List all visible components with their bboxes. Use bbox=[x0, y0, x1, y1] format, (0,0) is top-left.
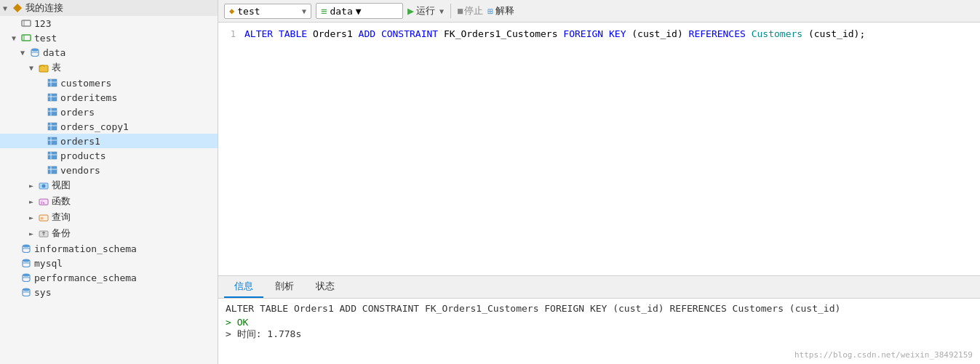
svg-text:≡: ≡ bbox=[41, 215, 44, 222]
bottom-section: 信息 剖析 状态 ALTER TABLE Orders1 ADD CONSTRA… bbox=[218, 275, 980, 364]
run-dropdown-arrow[interactable]: ▼ bbox=[439, 7, 444, 15]
conn-123-icon bbox=[20, 17, 32, 29]
sidebar-folder-funcs[interactable]: ► fx 函数 bbox=[0, 193, 218, 209]
result-time: > 时间: 1.778s bbox=[226, 328, 973, 341]
sidebar-item-test[interactable]: ▼ test bbox=[0, 31, 218, 45]
sidebar: ▼ 我的连接 123 ▼ test ▼ data bbox=[0, 0, 218, 364]
sidebar-item-vendors-label: vendors bbox=[60, 165, 100, 176]
sidebar-item-products-label: products bbox=[60, 150, 106, 161]
tab-profiling[interactable]: 剖析 bbox=[265, 276, 304, 298]
sidebar-item-sys-label: sys bbox=[34, 287, 51, 298]
tab-info[interactable]: 信息 bbox=[224, 276, 263, 298]
sidebar-item-customers[interactable]: customers bbox=[0, 76, 218, 90]
svg-rect-26 bbox=[48, 166, 57, 174]
stop-button[interactable]: ■ 停止 bbox=[458, 4, 483, 17]
explain-label: 解释 bbox=[495, 4, 514, 17]
svg-rect-17 bbox=[48, 123, 57, 130]
views-folder-icon bbox=[38, 179, 49, 191]
sidebar-item-information-schema-label: information_schema bbox=[34, 243, 137, 254]
sidebar-item-orders-copy1-label: orders_copy1 bbox=[60, 121, 129, 132]
sidebar-my-connections[interactable]: ▼ 我的连接 bbox=[0, 0, 218, 16]
result-sql: ALTER TABLE Orders1 ADD CONSTRAINT FK_Or… bbox=[226, 303, 973, 314]
svg-rect-14 bbox=[48, 108, 57, 116]
sidebar-item-orders-label: orders bbox=[60, 107, 95, 118]
svg-point-43 bbox=[23, 288, 30, 291]
stop-label: 停止 bbox=[464, 4, 483, 17]
sidebar-item-123[interactable]: 123 bbox=[0, 16, 218, 31]
sidebar-folder-backup[interactable]: ► 备份 bbox=[0, 225, 218, 241]
tab-status[interactable]: 状态 bbox=[306, 276, 345, 298]
db-data-icon bbox=[29, 46, 41, 58]
sidebar-folder-queries[interactable]: ► ≡ 查询 bbox=[0, 209, 218, 225]
svg-rect-1 bbox=[22, 20, 31, 26]
backup-folder-icon bbox=[38, 227, 49, 239]
code-content-1: ALTER TABLE Orders1 ADD CONSTRAINT FK_Or… bbox=[244, 28, 980, 39]
sidebar-folder-views-label: 视图 bbox=[52, 179, 71, 192]
schema-performance-icon bbox=[20, 272, 32, 283]
sidebar-item-data-label: data bbox=[43, 47, 65, 58]
schema-sys-icon bbox=[20, 286, 32, 298]
toolbar-separator bbox=[450, 4, 451, 18]
sidebar-item-sys[interactable]: sys bbox=[0, 285, 218, 299]
schema-selector[interactable]: ≡ data ▼ bbox=[316, 3, 403, 19]
sidebar-item-orderitems[interactable]: orderitems bbox=[0, 90, 218, 105]
queries-folder-icon: ≡ bbox=[38, 211, 49, 223]
db-selector[interactable]: ◆ test ▼ bbox=[224, 4, 311, 19]
sidebar-item-performance-schema[interactable]: performance_schema bbox=[0, 270, 218, 285]
table-orders-copy1-icon bbox=[47, 121, 58, 132]
svg-point-5 bbox=[31, 49, 39, 52]
sidebar-item-mysql[interactable]: mysql bbox=[0, 256, 218, 270]
tables-folder-icon bbox=[38, 62, 49, 73]
sidebar-item-products[interactable]: products bbox=[0, 148, 218, 163]
table-orderitems-icon bbox=[47, 92, 58, 103]
funcs-folder-icon: fx bbox=[38, 195, 49, 207]
svg-point-41 bbox=[23, 274, 30, 277]
code-line-1: 1 ALTER TABLE Orders1 ADD CONSTRAINT FK_… bbox=[218, 28, 980, 43]
connection-folder-icon bbox=[12, 2, 23, 14]
my-connections-label: 我的连接 bbox=[25, 1, 63, 15]
sidebar-item-customers-label: customers bbox=[60, 78, 111, 89]
svg-rect-23 bbox=[48, 152, 57, 159]
sidebar-item-orders-copy1[interactable]: orders_copy1 bbox=[0, 119, 218, 134]
run-button[interactable]: ▶ 运行 bbox=[407, 4, 435, 17]
table-orders-icon bbox=[47, 106, 58, 118]
sidebar-folder-tables-label: 表 bbox=[52, 61, 61, 74]
sidebar-item-test-label: test bbox=[34, 33, 57, 44]
line-number-1: 1 bbox=[218, 29, 244, 39]
schema-selector-icon: ≡ bbox=[321, 5, 327, 17]
sidebar-item-orders1[interactable]: orders1 bbox=[0, 134, 218, 148]
svg-text:fx: fx bbox=[41, 200, 45, 206]
db-selector-label: test bbox=[237, 6, 260, 17]
sidebar-item-data[interactable]: ▼ data bbox=[0, 45, 218, 60]
table-customers-icon bbox=[47, 77, 58, 89]
explain-icon: ⊞ bbox=[487, 6, 493, 17]
schema-selector-arrow: ▼ bbox=[356, 6, 362, 17]
run-play-icon: ▶ bbox=[407, 4, 414, 17]
schema-mysql-icon bbox=[20, 257, 32, 269]
sidebar-item-orders1-label: orders1 bbox=[60, 136, 100, 147]
svg-rect-8 bbox=[48, 79, 57, 86]
sidebar-item-orders[interactable]: orders bbox=[0, 105, 218, 119]
svg-point-37 bbox=[23, 245, 30, 248]
sidebar-item-123-label: 123 bbox=[34, 18, 51, 29]
code-editor[interactable]: 1 ALTER TABLE Orders1 ADD CONSTRAINT FK_… bbox=[218, 23, 980, 275]
result-ok: > OK bbox=[226, 317, 973, 328]
sidebar-item-mysql-label: mysql bbox=[34, 258, 63, 269]
svg-rect-11 bbox=[48, 94, 57, 101]
table-products-icon bbox=[47, 150, 58, 161]
sidebar-folder-views[interactable]: ► 视图 bbox=[0, 177, 218, 193]
sidebar-item-performance-schema-label: performance_schema bbox=[34, 272, 137, 283]
toolbar: ◆ test ▼ ≡ data ▼ ▶ 运行 ▼ ■ 停止 ⊞ 解释 bbox=[218, 0, 980, 23]
sidebar-item-information-schema[interactable]: information_schema bbox=[0, 241, 218, 256]
schema-information-icon bbox=[20, 243, 32, 254]
tab-bar: 信息 剖析 状态 bbox=[218, 276, 980, 299]
sidebar-folder-tables[interactable]: ▼ 表 bbox=[0, 60, 218, 76]
sidebar-item-vendors[interactable]: vendors bbox=[0, 163, 218, 177]
db-selector-icon: ◆ bbox=[229, 6, 234, 16]
table-orders1-icon bbox=[47, 135, 58, 147]
expand-arrow: ▼ bbox=[3, 4, 10, 12]
explain-button[interactable]: ⊞ 解释 bbox=[487, 4, 514, 17]
bottom-content: ALTER TABLE Orders1 ADD CONSTRAINT FK_Or… bbox=[218, 299, 980, 364]
svg-rect-20 bbox=[48, 137, 57, 145]
sidebar-folder-backup-label: 备份 bbox=[52, 227, 71, 240]
